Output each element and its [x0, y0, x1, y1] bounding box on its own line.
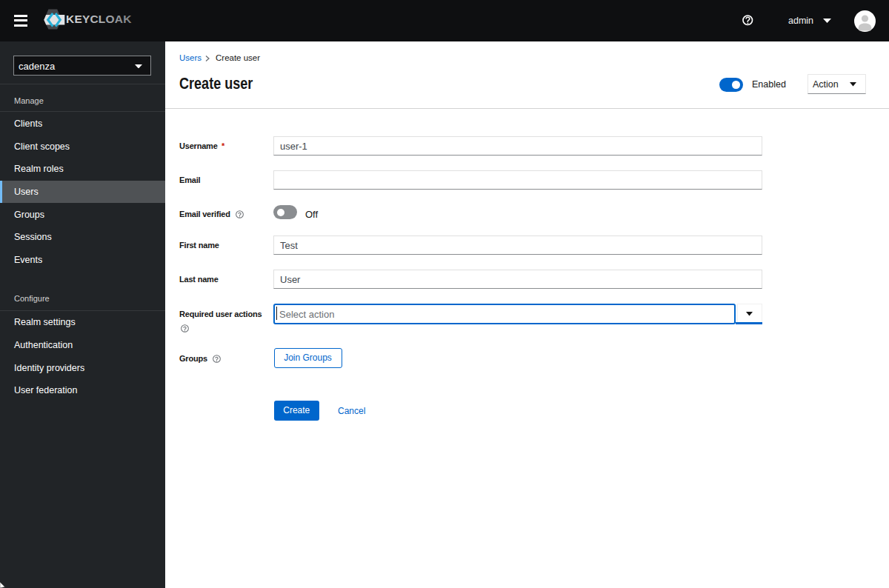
- svg-text:KEYCLOAK: KEYCLOAK: [66, 13, 132, 25]
